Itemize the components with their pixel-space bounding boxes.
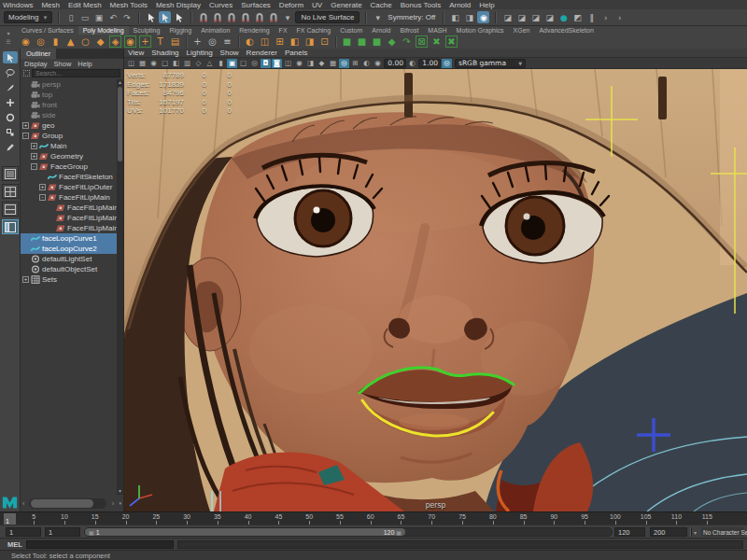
shelf-tab-custom[interactable]: Custom (335, 26, 367, 35)
panel-menu-view[interactable]: View (128, 49, 144, 57)
shelf-bridge-icon[interactable]: ⊡ (318, 35, 331, 48)
shelf-poly-sphere-icon[interactable]: ◉ (20, 35, 32, 48)
isolate-select-icon[interactable]: ▦ (328, 59, 338, 68)
menu-uv[interactable]: UV (312, 1, 322, 9)
shelf-poly-plane-icon[interactable]: ◆ (94, 35, 106, 48)
shelf-tab-mash[interactable]: MASH (423, 26, 451, 35)
shelf-poly-cube-icon[interactable]: ◎ (35, 35, 47, 48)
outliner-item-front[interactable]: front (21, 100, 118, 110)
outliner-item-group[interactable]: -Group (21, 131, 118, 141)
last-used-tool-icon[interactable] (3, 141, 18, 153)
new-scene-icon[interactable]: ▯ (64, 11, 77, 23)
expand-icon[interactable]: + (22, 122, 29, 129)
shelf-smooth-icon[interactable]: ⊞ (274, 35, 286, 48)
scroll-up-icon[interactable]: ▲ (117, 79, 123, 86)
layout-four-pane-button[interactable] (2, 184, 19, 199)
menuset-selector[interactable]: Modeling▼ (4, 11, 52, 23)
color-management-icon[interactable]: ◎ (442, 59, 452, 68)
outliner-item-facefitlipmain[interactable]: -FaceFitLipMain (21, 192, 118, 203)
outliner-item-facefitlipmaincurve[interactable]: FaceFitLipMainCurve (21, 213, 118, 223)
shelf-quad-draw-icon[interactable]: ✖ (445, 35, 458, 48)
menu-windows[interactable]: Windows (3, 1, 33, 9)
outliner-item-defaultlightset[interactable]: defaultLightSet (21, 254, 118, 264)
character-set-selector[interactable]: No Character Set ▾ (701, 527, 744, 537)
menu-surfaces[interactable]: Surfaces (241, 1, 271, 9)
current-frame-marker[interactable]: 1 (4, 513, 16, 525)
snap-to-curve-icon[interactable] (211, 11, 223, 23)
depth-of-field-icon[interactable]: ◆ (317, 59, 327, 68)
scrollbar-thumb[interactable] (118, 87, 122, 161)
shelf-tab-xgen[interactable]: XGen (509, 26, 535, 35)
shelf-tab-rigging[interactable]: Rigging (164, 26, 196, 35)
attribute-editor-toggle-icon[interactable]: ◨ (463, 11, 475, 23)
shelf-construction-plane-icon[interactable]: + (191, 35, 204, 48)
outliner-item-sets[interactable]: +Sets (21, 274, 118, 285)
wireframe-mode-icon[interactable]: ▣ (227, 59, 237, 68)
shelf-locator-icon[interactable]: ◎ (206, 35, 218, 48)
shelf-extrude-icon[interactable]: ◧ (289, 35, 301, 48)
undo-icon[interactable]: ↶ (106, 11, 119, 23)
shelf-poly-cone-icon[interactable]: ▲ (64, 35, 77, 48)
shelf-tab-poly-modeling[interactable]: Poly Modeling (78, 26, 129, 35)
joint-xray-icon[interactable]: ⊞ (350, 59, 360, 68)
expand-icon[interactable]: + (31, 153, 37, 160)
exposure-icon[interactable]: ◉ (373, 59, 383, 68)
menu-arnold[interactable]: Arnold (449, 1, 471, 9)
mel-command-input[interactable] (26, 540, 174, 549)
shelf-tab-arnold[interactable]: Arnold (367, 26, 395, 35)
shelf-tab-rendering[interactable]: Rendering (234, 26, 274, 35)
collapse-icon[interactable]: - (31, 163, 37, 170)
menu-mesh-display[interactable]: Mesh Display (156, 1, 201, 9)
shelf-distance-measure-icon[interactable]: ≡ (221, 35, 233, 48)
shelf-platonic-solid-icon[interactable]: ◉ (124, 35, 136, 48)
scroll-down-icon[interactable]: ▼ (117, 488, 123, 495)
collapse-icon[interactable]: - (22, 133, 29, 139)
shelf-poly-cylinder-icon[interactable]: ▮ (49, 35, 62, 48)
layout-two-pane-button[interactable] (2, 202, 19, 217)
textured-mode-icon[interactable]: ◎ (249, 59, 260, 68)
safe-title-icon[interactable]: △ (204, 59, 215, 68)
scale-tool-icon[interactable] (3, 126, 18, 138)
hypershade-icon[interactable]: ● (557, 11, 570, 23)
light-editor-icon[interactable]: ◩ (571, 11, 584, 23)
time-slider[interactable]: 1 51015202530354045505560657075808590951… (0, 511, 747, 525)
outliner-item-defaultobjectset[interactable]: defaultObjectSet (21, 264, 118, 274)
shelf-item-menu-icon[interactable]: ☰ (6, 38, 10, 45)
ipr-render-icon[interactable]: ◪ (529, 11, 542, 23)
shelf-tab-fx[interactable]: FX (275, 26, 292, 35)
outliner-menu-help[interactable]: Help (78, 60, 92, 68)
shelf-poly-disc-icon[interactable]: ◈ (109, 35, 121, 48)
render-settings-icon[interactable]: ◪ (543, 11, 556, 23)
open-scene-icon[interactable]: ▭ (78, 11, 91, 23)
move-tool-icon[interactable] (3, 96, 18, 108)
snap-to-projected-center-icon[interactable] (239, 11, 251, 23)
select-camera-icon[interactable]: ◫ (126, 59, 136, 68)
viewport-canvas[interactable]: Verts:8778900Edges:17183900Faces:8479600… (124, 69, 747, 511)
select-by-hierarchy-icon[interactable] (145, 11, 157, 23)
shaded-mode-icon[interactable]: □ (238, 59, 248, 68)
resolution-gate-icon[interactable]: □ (160, 59, 170, 68)
panel-menu-lighting[interactable]: Lighting (187, 49, 213, 57)
outliner-item-top[interactable]: top (21, 90, 118, 100)
gamma-field[interactable]: 1.00 (418, 59, 441, 68)
current-time-field[interactable]: 1 (45, 527, 80, 537)
shelf-tab-motion-graphics[interactable]: Motion Graphics (452, 26, 509, 35)
film-gate-icon[interactable]: ◉ (148, 59, 159, 68)
outliner-item-persp[interactable]: persp (21, 79, 118, 90)
menu-bonus-tools[interactable]: Bonus Tools (401, 1, 441, 9)
outliner-title[interactable]: Outliner (21, 49, 56, 59)
outliner-item-side[interactable]: side (21, 110, 118, 120)
range-slider-groove[interactable]: ▦ 1 120 ▦ (84, 527, 613, 537)
outliner-item-faceloopcurve2[interactable]: faceLoopCurve2 (21, 244, 118, 254)
outliner-item-facefitlipmainloc[interactable]: FaceFitLipMainLoc (21, 223, 118, 233)
outliner-item-geo[interactable]: +geo (21, 120, 118, 131)
select-by-object-icon[interactable] (159, 11, 171, 23)
outliner-item-facefitskeleton[interactable]: FaceFitSkeleton (21, 172, 118, 182)
channel-box-toggle-icon[interactable]: ◉ (477, 11, 489, 23)
expand-icon[interactable]: + (31, 143, 37, 149)
use-all-lights-icon[interactable]: ◘ (261, 59, 271, 68)
menu-curves[interactable]: Curves (209, 1, 233, 9)
outliner-item-main[interactable]: +Main (21, 141, 118, 151)
symmetry-arrow-icon[interactable]: ▾ (372, 11, 384, 23)
mel-result-field[interactable] (177, 540, 743, 549)
